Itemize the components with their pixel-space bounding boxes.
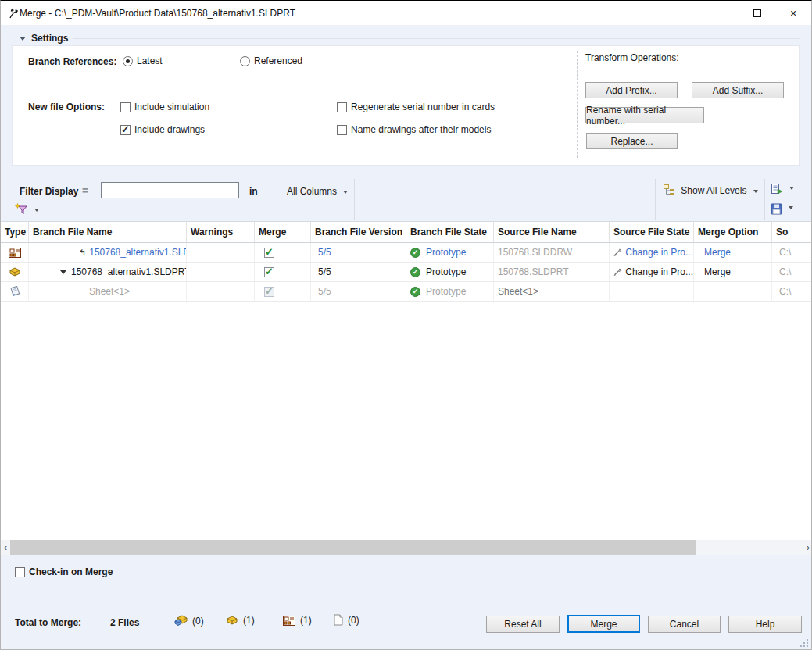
show-all-levels-label: Show All Levels — [681, 185, 746, 196]
merge-option[interactable]: Merge — [694, 262, 772, 281]
col-header-type[interactable]: Type — [1, 222, 29, 242]
settings-header-rule — [73, 38, 800, 39]
maximize-icon — [753, 9, 761, 17]
chevron-down-icon — [789, 206, 793, 209]
table-row[interactable]: Sheet<1> 5/5 ✓ Prototype Sheet<1> C:\ — [1, 282, 812, 302]
radio-latest[interactable] — [123, 56, 133, 66]
col-header-branch-file-state[interactable]: Branch File State — [406, 222, 494, 242]
radio-referenced-label: Referenced — [254, 55, 302, 66]
branch-file-state: Prototype — [426, 247, 466, 258]
total-to-merge-label: Total to Merge: — [15, 617, 81, 628]
col-header-branch-file-name[interactable]: Branch File Name — [29, 222, 187, 242]
warnings-cell — [187, 282, 255, 301]
scroll-left-arrow[interactable]: ‹ — [1, 540, 10, 555]
minimize-icon — [717, 12, 725, 13]
col-header-source-path[interactable]: So — [772, 222, 812, 242]
branch-file-state: Prototype — [426, 266, 466, 277]
resize-grip[interactable] — [800, 639, 808, 647]
radio-referenced[interactable] — [240, 56, 250, 66]
col-header-merge[interactable]: Merge — [255, 222, 311, 242]
branch-file-name-link[interactable]: 150768_alternativ1.SLDDRW — [89, 247, 187, 258]
col-header-source-file-state[interactable]: Source File State — [610, 222, 694, 242]
source-file-name: 150768.SLDDRW — [494, 243, 610, 262]
cancel-button[interactable]: Cancel — [648, 616, 721, 633]
add-prefix-button[interactable]: Add Prefix... — [585, 82, 678, 98]
col-header-branch-file-version[interactable]: Branch File Version — [311, 222, 406, 242]
footer-panel: Check-in on Merge Total to Merge: 2 File… — [1, 555, 812, 650]
filter-toolbar: Filter Display = in All Columns — [1, 177, 812, 222]
add-suffix-button[interactable]: Add Suffix... — [692, 82, 784, 98]
source-file-name: 150768.SLDPRT — [494, 262, 610, 281]
state-ok-icon: ✓ — [410, 267, 420, 277]
minimize-button[interactable] — [703, 1, 739, 25]
checkbox-include-drawings[interactable] — [120, 125, 131, 135]
title-bar: Merge - C:\_PDM-Vault\Product Data\15076… — [1, 1, 811, 25]
col-header-source-file-name[interactable]: Source File Name — [494, 222, 610, 242]
col-header-merge-option[interactable]: Merge Option — [694, 222, 772, 242]
scroll-right-arrow[interactable]: › — [803, 540, 812, 555]
part-count: (1) — [243, 615, 255, 626]
settings-collapse-arrow[interactable] — [20, 37, 26, 41]
warnings-cell — [187, 262, 255, 281]
branch-file-name: Sheet<1> — [29, 282, 187, 301]
filter-funnel-button[interactable] — [15, 203, 39, 219]
maximize-button[interactable] — [739, 1, 775, 25]
save-button[interactable] — [771, 203, 793, 215]
all-columns-dropdown[interactable]: All Columns — [287, 186, 348, 197]
checkbox-regenerate-serial[interactable] — [337, 102, 347, 112]
checkbox-name-drawings[interactable] — [337, 125, 347, 135]
expand-arrow-icon[interactable] — [60, 270, 66, 274]
save-icon — [771, 203, 782, 215]
settings-title: Settings — [31, 33, 68, 44]
checkin-on-merge-checkbox[interactable] — [15, 567, 25, 577]
reference-arrow-icon: ↰ — [79, 248, 86, 257]
checkin-on-merge-label: Check-in on Merge — [29, 566, 113, 577]
source-file-state[interactable]: Change in Pro... — [625, 266, 693, 277]
replace-button[interactable]: Replace... — [586, 133, 678, 149]
source-file-state-link[interactable]: Change in Pro... — [625, 247, 693, 258]
source-path: C:\ — [772, 262, 812, 281]
source-file-state — [610, 282, 694, 301]
transform-operations-label: Transform Operations: — [585, 52, 679, 63]
horizontal-scrollbar[interactable]: ‹ › — [1, 540, 812, 555]
help-button[interactable]: Help — [728, 616, 802, 633]
merge-window-icon — [9, 7, 21, 22]
assembly-icon — [174, 615, 188, 627]
merge-option[interactable]: Merge — [694, 243, 772, 262]
reset-all-button[interactable]: Reset All — [486, 616, 560, 633]
equals-icon: = — [82, 184, 88, 197]
name-drawings-label: Name drawings after their models — [351, 124, 491, 135]
toolbar-separator — [764, 179, 765, 220]
branch-file-version: 5/5 — [311, 262, 406, 281]
merge-button[interactable]: Merge — [567, 615, 640, 633]
window-title: Merge - C:\_PDM-Vault\Product Data\15076… — [20, 8, 295, 19]
branch-file-version: 5/5 — [311, 243, 406, 262]
filter-input[interactable] — [101, 182, 239, 198]
merge-checkbox[interactable] — [264, 248, 274, 258]
total-to-merge-value: 2 Files — [110, 617, 139, 628]
table-row[interactable]: ↰ 150768_alternativ1.SLDDRW 5/5 ✓ Protot… — [1, 243, 812, 262]
table-header-row: Type Branch File Name Warnings Merge Bra… — [1, 222, 812, 243]
merge-checkbox[interactable] — [264, 267, 274, 277]
chevron-down-icon — [753, 190, 758, 193]
source-path: C:\ — [772, 243, 812, 262]
sheet-icon — [9, 286, 20, 297]
file-table: Type Branch File Name Warnings Merge Bra… — [1, 222, 812, 540]
merge-option — [694, 282, 772, 301]
close-icon: × — [790, 8, 796, 19]
rename-with-serial-button[interactable]: Rename with serial number... — [585, 107, 704, 123]
branch-file-version: 5/5 — [311, 282, 406, 301]
chevron-down-icon — [34, 209, 39, 212]
close-button[interactable]: × — [775, 1, 811, 25]
export-button[interactable] — [771, 183, 794, 195]
state-ok-icon: ✓ — [410, 287, 420, 297]
table-row[interactable]: 150768_alternativ1.SLDPRT 5/5 ✓ Prototyp… — [1, 262, 812, 282]
checkbox-include-simulation[interactable] — [120, 102, 131, 112]
scrollbar-thumb[interactable] — [10, 540, 696, 555]
show-all-levels-dropdown[interactable]: Show All Levels — [664, 184, 758, 196]
col-header-warnings[interactable]: Warnings — [187, 222, 255, 242]
include-simulation-label: Include simulation — [134, 102, 209, 112]
branch-file-name[interactable]: 150768_alternativ1.SLDPRT — [71, 266, 187, 277]
new-file-options-label: New file Options: — [28, 102, 105, 112]
include-drawings-label: Include drawings — [134, 124, 205, 135]
